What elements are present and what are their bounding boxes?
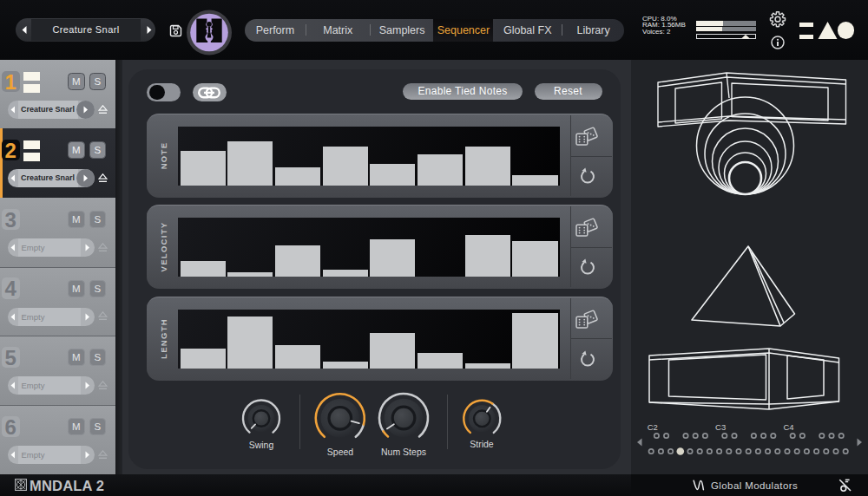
svg-text:C4: C4: [784, 422, 794, 432]
svg-text:C3: C3: [715, 422, 726, 432]
svg-text:C2: C2: [648, 422, 658, 432]
